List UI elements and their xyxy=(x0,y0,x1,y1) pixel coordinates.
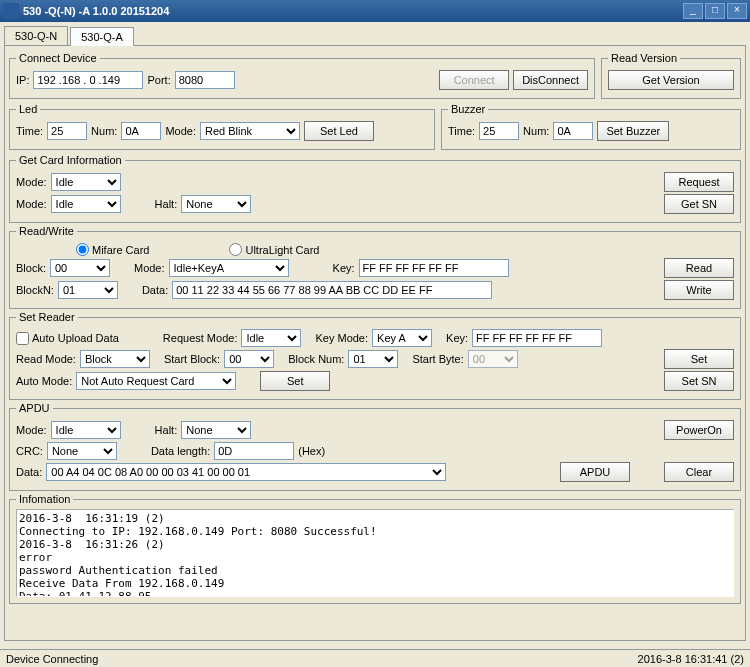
readmode-select[interactable]: Block xyxy=(80,350,150,368)
automode-select[interactable]: Not Auto Request Card xyxy=(76,372,236,390)
apdu-data-label: Data: xyxy=(16,466,42,478)
write-button[interactable]: Write xyxy=(664,280,734,300)
getcard-mode1-label: Mode: xyxy=(16,176,47,188)
apdu-data-select[interactable]: 00 A4 04 0C 08 A0 00 00 03 41 00 00 01 xyxy=(46,463,446,481)
minimize-button[interactable]: _ xyxy=(683,3,703,19)
getcard-mode1-select[interactable]: Idle xyxy=(51,173,121,191)
blocknum-label: Block Num: xyxy=(288,353,344,365)
get-sn-button[interactable]: Get SN xyxy=(664,194,734,214)
poweron-button[interactable]: PowerOn xyxy=(664,420,734,440)
read-button[interactable]: Read xyxy=(664,258,734,278)
apdu-datalen-input[interactable] xyxy=(214,442,294,460)
set-reader-group: Set Reader Auto Upload Data Request Mode… xyxy=(9,311,741,400)
ultralight-radio[interactable]: UltraLight Card xyxy=(229,243,319,256)
readver-legend: Read Version xyxy=(608,52,680,64)
reqmode-select[interactable]: Idle xyxy=(241,329,301,347)
apdu-legend: APDU xyxy=(16,402,53,414)
infomation-group: Infomation 2016-3-8 16:31:19 (2) Connect… xyxy=(9,493,741,604)
port-label: Port: xyxy=(147,74,170,86)
tabstrip: 530-Q-N 530-Q-A xyxy=(0,22,750,45)
getcard-halt-select[interactable]: None xyxy=(181,195,251,213)
led-mode-label: Mode: xyxy=(165,125,196,137)
rw-legend: Read/Write xyxy=(16,225,77,237)
set-automode-button[interactable]: Set xyxy=(260,371,330,391)
clear-button[interactable]: Clear xyxy=(664,462,734,482)
auto-upload-checkbox[interactable]: Auto Upload Data xyxy=(16,332,119,345)
rw-blockn-select[interactable]: 01 xyxy=(58,281,118,299)
rw-blockn-label: BlockN: xyxy=(16,284,54,296)
tab-530-q-a[interactable]: 530-Q-A xyxy=(70,27,134,46)
startblock-select[interactable]: 00 xyxy=(224,350,274,368)
tabpanel: Connect Device IP: Port: Connect DisConn… xyxy=(4,45,746,641)
connect-legend: Connect Device xyxy=(16,52,100,64)
set-reader-button[interactable]: Set xyxy=(664,349,734,369)
rw-block-select[interactable]: 00 xyxy=(50,259,110,277)
info-text[interactable]: 2016-3-8 16:31:19 (2) Connecting to IP: … xyxy=(16,509,734,597)
rw-mode-select[interactable]: Idle+KeyA xyxy=(169,259,289,277)
getcard-mode2-select[interactable]: Idle xyxy=(51,195,121,213)
startbyte-label: Start Byte: xyxy=(412,353,463,365)
startblock-label: Start Block: xyxy=(164,353,220,365)
keymode-label: Key Mode: xyxy=(315,332,368,344)
buzzer-time-label: Time: xyxy=(448,125,475,137)
startbyte-select: 00 xyxy=(468,350,518,368)
buzzer-time-input[interactable] xyxy=(479,122,519,140)
mifare-radio[interactable]: Mifare Card xyxy=(76,243,149,256)
led-num-label: Num: xyxy=(91,125,117,137)
titlebar: 530 -Q(-N) -A 1.0.0 20151204 _ □ × xyxy=(0,0,750,22)
ip-input[interactable] xyxy=(33,71,143,89)
keymode-select[interactable]: Key A xyxy=(372,329,432,347)
apdu-datalen-label: Data length: xyxy=(151,445,210,457)
port-input[interactable] xyxy=(175,71,235,89)
get-version-button[interactable]: Get Version xyxy=(608,70,734,90)
buzzer-num-input[interactable] xyxy=(553,122,593,140)
led-time-label: Time: xyxy=(16,125,43,137)
set-buzzer-button[interactable]: Set Buzzer xyxy=(597,121,669,141)
sr-key-input[interactable] xyxy=(472,329,602,347)
apdu-halt-label: Halt: xyxy=(155,424,178,436)
led-time-input[interactable] xyxy=(47,122,87,140)
apdu-mode-label: Mode: xyxy=(16,424,47,436)
disconnect-button[interactable]: DisConnect xyxy=(513,70,588,90)
blocknum-select[interactable]: 01 xyxy=(348,350,398,368)
getcard-halt-label: Halt: xyxy=(155,198,178,210)
info-legend: Infomation xyxy=(16,493,73,505)
get-card-group: Get Card Information Mode: Idle Request … xyxy=(9,154,741,223)
maximize-button[interactable]: □ xyxy=(705,3,725,19)
apdu-crc-select[interactable]: None xyxy=(47,442,117,460)
led-num-input[interactable] xyxy=(121,122,161,140)
led-group: Led Time: Num: Mode: Red Blink Set Led xyxy=(9,103,435,150)
getcard-mode2-label: Mode: xyxy=(16,198,47,210)
close-button[interactable]: × xyxy=(727,3,747,19)
set-sn-button[interactable]: Set SN xyxy=(664,371,734,391)
rw-block-label: Block: xyxy=(16,262,46,274)
ip-label: IP: xyxy=(16,74,29,86)
setreader-legend: Set Reader xyxy=(16,311,78,323)
automode-label: Auto Mode: xyxy=(16,375,72,387)
status-right: 2016-3-8 16:31:41 (2) xyxy=(638,653,744,665)
rw-key-input[interactable] xyxy=(359,259,509,277)
connect-button[interactable]: Connect xyxy=(439,70,509,90)
connect-device-group: Connect Device IP: Port: Connect DisConn… xyxy=(9,52,595,99)
rw-data-input[interactable] xyxy=(172,281,492,299)
set-led-button[interactable]: Set Led xyxy=(304,121,374,141)
readmode-label: Read Mode: xyxy=(16,353,76,365)
apdu-group: APDU Mode: Idle Halt: None PowerOn CRC: … xyxy=(9,402,741,491)
rw-data-label: Data: xyxy=(142,284,168,296)
request-button[interactable]: Request xyxy=(664,172,734,192)
buzzer-num-label: Num: xyxy=(523,125,549,137)
apdu-halt-select[interactable]: None xyxy=(181,421,251,439)
read-write-group: Read/Write Mifare Card UltraLight Card B… xyxy=(9,225,741,309)
apdu-button[interactable]: APDU xyxy=(560,462,630,482)
apdu-crc-label: CRC: xyxy=(16,445,43,457)
statusbar: Device Connecting 2016-3-8 16:31:41 (2) xyxy=(0,649,750,667)
tab-530-q-n[interactable]: 530-Q-N xyxy=(4,26,68,45)
rw-mode-label: Mode: xyxy=(134,262,165,274)
apdu-mode-select[interactable]: Idle xyxy=(51,421,121,439)
led-mode-select[interactable]: Red Blink xyxy=(200,122,300,140)
getcard-legend: Get Card Information xyxy=(16,154,125,166)
status-left: Device Connecting xyxy=(6,653,98,665)
app-icon xyxy=(3,3,19,19)
led-legend: Led xyxy=(16,103,40,115)
read-version-group: Read Version Get Version xyxy=(601,52,741,99)
